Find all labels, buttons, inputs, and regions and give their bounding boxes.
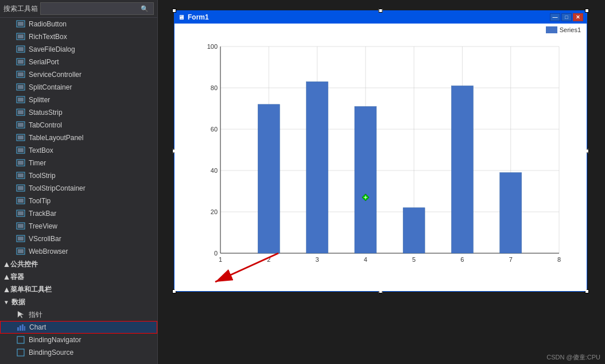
item-icon (16, 348, 25, 357)
item-label: TableLayoutPanel (29, 134, 83, 142)
item-icon (17, 323, 26, 332)
search-button[interactable]: 🔍 (138, 4, 151, 14)
list-item[interactable]: ToolStrip (0, 169, 157, 182)
item-label: SplitContainer (29, 83, 72, 91)
svg-rect-44 (17, 349, 24, 356)
list-item[interactable]: TrackBar (0, 207, 157, 220)
section-triangle: ▶ (3, 287, 9, 292)
minimize-button[interactable]: — (550, 13, 560, 21)
list-item[interactable]: TableLayoutPanel (0, 131, 157, 144)
list-item[interactable]: SplitContainer (0, 81, 157, 94)
list-item[interactable]: TextBox (0, 144, 157, 157)
item-icon (16, 196, 25, 206)
list-item[interactable]: WebBrowser (0, 245, 157, 258)
svg-rect-37 (18, 249, 24, 253)
item-label: WebBrowser (29, 247, 68, 255)
svg-rect-31 (18, 211, 24, 215)
list-item[interactable]: BindingNavigator (0, 334, 157, 346)
item-icon (16, 20, 25, 29)
main-area: 🖥 Form1 — □ ✕ Series1 (158, 0, 605, 364)
list-item[interactable]: Chart (0, 321, 157, 334)
item-label: TrackBar (29, 210, 56, 218)
item-label: RadioButton (29, 20, 67, 28)
restore-button[interactable]: □ (561, 13, 572, 21)
section-triangle: ▼ (3, 299, 9, 305)
svg-marker-38 (18, 311, 24, 318)
list-item[interactable]: TabControl (0, 119, 157, 131)
item-icon (16, 70, 25, 79)
selection-handle-tc[interactable] (379, 9, 383, 13)
selection-handle-tr[interactable] (585, 9, 589, 13)
sidebar: 搜索工具箱 🔍 RadioButton RichTextBox SaveFile… (0, 0, 158, 364)
svg-rect-42 (24, 326, 25, 331)
svg-rect-13 (18, 98, 24, 102)
section-header-0[interactable]: ▶ 公共控件 (0, 258, 157, 270)
item-label: RichTextBox (29, 33, 67, 41)
list-item[interactable]: StatusStrip (0, 106, 157, 119)
item-icon (16, 222, 25, 231)
svg-rect-17 (18, 123, 24, 127)
search-input-wrap[interactable]: 🔍 (40, 2, 154, 15)
list-item[interactable]: Splitter (0, 94, 157, 106)
svg-rect-27 (18, 186, 24, 190)
item-icon (16, 57, 25, 67)
section-header-1[interactable]: ▶ 容器 (0, 270, 157, 283)
section-label: 容器 (10, 272, 24, 282)
section-triangle: ▶ (3, 262, 9, 266)
item-label: ToolStrip (29, 172, 56, 180)
list-item[interactable]: ToolStripContainer (0, 182, 157, 195)
list-item[interactable]: Timer (0, 157, 157, 169)
item-label: StatusStrip (29, 109, 63, 117)
item-label: BindingNavigator (29, 336, 81, 344)
item-label: 指针 (29, 310, 42, 320)
list-item[interactable]: ToolTip (0, 195, 157, 207)
svg-rect-7 (18, 60, 24, 64)
list-item[interactable]: RadioButton (0, 18, 157, 30)
list-item[interactable]: BindingSource (0, 346, 157, 359)
item-icon (16, 108, 25, 117)
chart-container: Series1 (174, 24, 587, 291)
item-label: ToolStripContainer (29, 184, 86, 192)
svg-rect-19 (18, 135, 24, 140)
item-icon (16, 133, 25, 142)
item-label: ToolTip (29, 197, 51, 205)
list-item[interactable]: SerialPort (0, 56, 157, 68)
item-label: TreeView (29, 222, 57, 230)
svg-rect-9 (18, 72, 24, 76)
item-icon (16, 146, 25, 155)
list-item[interactable]: RichTextBox (0, 30, 157, 43)
footer-text: CSDN @傻童:CPU (546, 354, 600, 361)
svg-rect-41 (22, 324, 24, 331)
section-header-3[interactable]: ▼ 数据 (0, 296, 157, 308)
svg-rect-43 (17, 336, 24, 343)
svg-rect-3 (18, 34, 24, 38)
search-label: 搜索工具箱 (3, 4, 38, 14)
form-titlebar: 🖥 Form1 — □ ✕ (174, 11, 587, 24)
list-item[interactable]: ServiceController (0, 68, 157, 81)
svg-rect-25 (18, 173, 24, 177)
close-button[interactable]: ✕ (573, 13, 583, 21)
item-icon (16, 335, 25, 344)
item-label: ServiceController (29, 71, 82, 79)
item-label: Splitter (29, 96, 50, 104)
form-window: 🖥 Form1 — □ ✕ Series1 (174, 10, 587, 292)
list-item[interactable]: 指针 (0, 308, 157, 321)
form-titlebar-controls: — □ ✕ (550, 13, 583, 21)
item-icon (16, 310, 25, 319)
section-header-2[interactable]: ▶ 菜单和工具栏 (0, 283, 157, 296)
selection-handle-tl[interactable] (172, 9, 176, 13)
list-item[interactable]: SaveFileDialog (0, 43, 157, 56)
search-input[interactable] (43, 5, 138, 13)
list-item[interactable]: VScrollBar (0, 233, 157, 245)
chart-canvas (192, 29, 571, 276)
form-title: Form1 (188, 13, 209, 21)
item-label: TextBox (29, 146, 53, 154)
item-icon (16, 158, 25, 168)
item-icon (16, 32, 25, 41)
svg-rect-5 (18, 47, 24, 51)
item-icon (16, 83, 25, 92)
list-item[interactable]: TreeView (0, 220, 157, 233)
section-triangle: ▶ (3, 274, 9, 279)
item-label: TabControl (29, 121, 62, 129)
item-icon (16, 121, 25, 130)
